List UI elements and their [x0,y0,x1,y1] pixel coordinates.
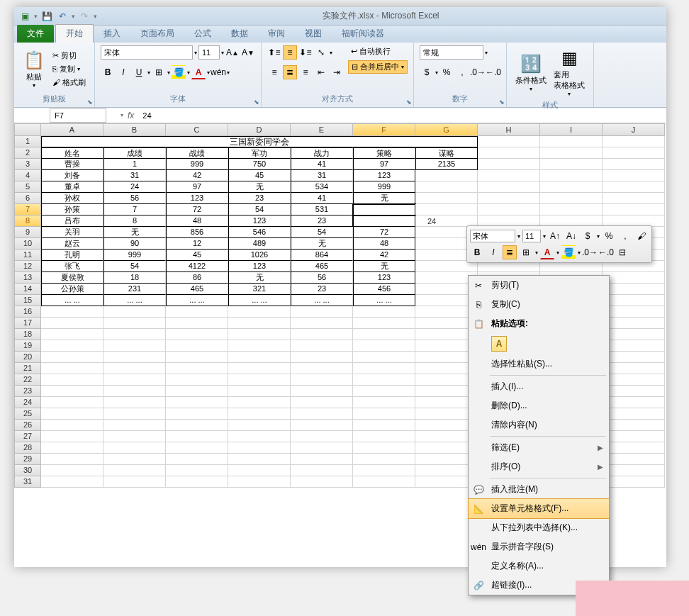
cell[interactable]: 123 [228,261,291,272]
col-head-h[interactable]: H [478,123,540,136]
row-head[interactable]: 6 [14,193,41,204]
cell[interactable] [291,340,353,352]
cell[interactable] [228,363,291,374]
cell[interactable]: 123 [228,215,291,227]
excel-icon[interactable]: ▣ [18,10,31,23]
cell[interactable] [166,442,228,454]
tab-home[interactable]: 开始 [55,24,94,43]
cell[interactable] [228,397,291,408]
cell[interactable] [603,318,665,329]
menu-paste-special[interactable]: 选择性粘贴(S)... [469,354,609,374]
number-expand-icon[interactable]: ⬊ [499,99,505,106]
cell[interactable] [353,329,415,340]
cell[interactable] [41,431,103,442]
cell[interactable] [228,431,291,442]
cell[interactable] [103,454,166,465]
cell[interactable] [415,204,478,215]
cell[interactable]: ... ... [353,295,415,306]
menu-phonetic[interactable]: wén显示拼音字段(S) [469,537,609,556]
mini-font-color-icon[interactable]: A [540,245,554,259]
row-head[interactable]: 27 [14,431,41,442]
menu-format-cells[interactable]: 📐设置单元格格式(F)... [468,498,610,519]
cell[interactable] [41,420,103,431]
cell[interactable]: 531 [291,204,353,215]
redo-icon[interactable]: ↷ [78,10,91,23]
row-head[interactable]: 19 [14,340,41,352]
cell[interactable] [228,329,291,340]
cell[interactable] [353,420,415,431]
cell[interactable] [415,181,478,193]
cell[interactable] [291,431,353,442]
cell[interactable]: 48 [166,215,228,227]
cell[interactable] [353,454,415,465]
cell[interactable] [41,306,103,318]
cell[interactable] [603,476,665,488]
cell[interactable] [41,476,103,488]
cell[interactable] [603,386,665,397]
mini-dec-decimal-icon[interactable]: ←.0 [599,245,613,259]
cell[interactable]: 123 [353,272,415,284]
mini-inc-decimal-icon[interactable]: .0→ [583,245,597,259]
cell[interactable]: 无 [228,181,291,193]
cell[interactable]: 45 [166,250,228,261]
cell[interactable] [603,136,665,147]
cell[interactable]: 8 [103,215,166,227]
cell[interactable]: 曹操 [41,159,103,170]
cell[interactable] [291,318,353,329]
clipboard-expand-icon[interactable]: ⬊ [87,99,93,106]
cell[interactable] [228,374,291,386]
cell[interactable] [603,159,665,170]
tab-layout[interactable]: 页面布局 [130,25,184,43]
cell[interactable] [41,442,103,454]
cell[interactable] [353,340,415,352]
cell[interactable] [41,454,103,465]
menu-sort[interactable]: 排序(O)▶ [469,457,609,476]
cell[interactable]: 42 [353,250,415,261]
orientation-icon[interactable]: ⤡ [314,45,328,60]
align-bottom-icon[interactable]: ⬇≡ [298,45,313,60]
cell[interactable]: 姓名 [41,147,103,159]
cell[interactable] [353,204,415,215]
mini-painter-icon[interactable]: 🖌 [634,229,649,243]
select-all-corner[interactable] [14,123,41,136]
title-cell[interactable]: 三国新委同学会 [41,136,478,147]
cell[interactable]: 23 [228,193,291,204]
mini-center-icon[interactable]: ≣ [503,245,517,259]
mini-font-name[interactable] [470,230,515,242]
cell[interactable] [166,329,228,340]
cell[interactable] [603,431,665,442]
cell[interactable]: 董卓 [41,181,103,193]
cell[interactable] [103,408,166,420]
cell[interactable] [166,408,228,420]
font-expand-icon[interactable]: ⬊ [254,99,259,106]
cell[interactable] [603,363,665,374]
cell[interactable]: 999 [103,250,166,261]
row-head[interactable]: 16 [14,306,41,318]
cell[interactable] [291,374,353,386]
cell[interactable]: 546 [228,227,291,238]
mini-decrease-font-icon[interactable]: A↓ [564,229,578,243]
mini-bold-icon[interactable]: B [470,245,484,259]
cell[interactable] [166,476,228,488]
row-head[interactable]: 22 [14,374,41,386]
col-head-j[interactable]: J [603,123,665,136]
cell[interactable] [41,329,103,340]
cell[interactable]: 无 [103,227,166,238]
cell[interactable]: 4122 [166,261,228,272]
cell[interactable] [291,476,353,488]
cell[interactable]: 90 [103,238,166,250]
menu-clear[interactable]: 清除内容(N) [469,415,609,435]
col-head-d[interactable]: D [228,123,291,136]
cell[interactable]: 999 [166,159,228,170]
row-head[interactable]: 30 [14,465,41,476]
cell[interactable]: 999 [353,181,415,193]
cell[interactable] [103,431,166,442]
increase-font-icon[interactable]: A▲ [225,45,240,60]
cell[interactable]: ... ... [103,295,166,306]
cell[interactable]: 孙策 [41,204,103,215]
cell[interactable] [603,329,665,340]
cell[interactable] [353,352,415,363]
cell[interactable] [103,465,166,476]
cell[interactable]: 45 [228,170,291,181]
row-head[interactable]: 17 [14,318,41,329]
